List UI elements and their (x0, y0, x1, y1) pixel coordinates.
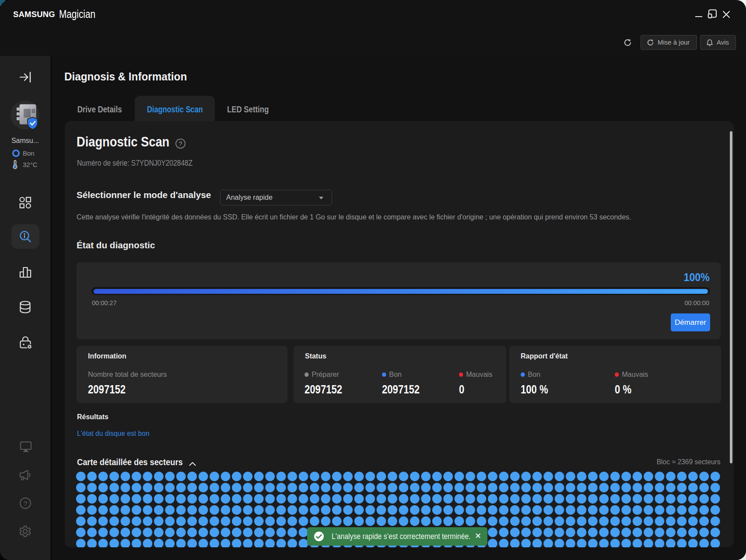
svg-text:?: ? (24, 500, 27, 507)
